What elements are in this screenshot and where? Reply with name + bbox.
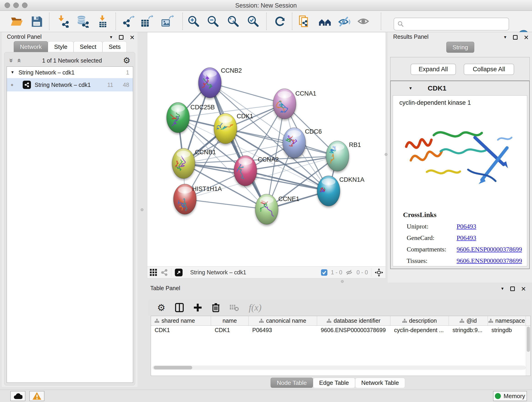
zoom-fit-button[interactable] xyxy=(226,14,240,28)
node-label-CCNB2[interactable]: CCNB2 xyxy=(221,67,242,74)
node-label-CCNE1[interactable]: CCNE1 xyxy=(278,196,299,202)
expand-all-button[interactable]: Expand All xyxy=(411,64,456,75)
zoom-out-button[interactable] xyxy=(206,14,220,28)
cdk1-section-header[interactable]: ▼ CDK1 xyxy=(391,81,529,95)
tab-network[interactable]: Network xyxy=(14,41,48,52)
network-canvas[interactable]: CCNB2CCNA1CDC25BCDK1CDC6RB1CCNB1CCNA2CDK… xyxy=(147,32,386,267)
column-header-name[interactable]: name xyxy=(211,316,249,325)
crosslink-link[interactable]: 9606.ENSP00000378699 xyxy=(457,246,522,253)
column-header-description[interactable]: description xyxy=(390,316,449,325)
tab-sets[interactable]: Sets xyxy=(102,41,127,52)
column-header-namespace[interactable]: namespace xyxy=(488,316,526,325)
network-options-gear-icon[interactable]: ⚙ xyxy=(123,56,130,65)
table-settings-gear-icon[interactable]: ⚙ xyxy=(157,303,165,312)
node-label-CCNA2[interactable]: CCNA2 xyxy=(258,156,279,163)
node-label-CCNB1[interactable]: CCNB1 xyxy=(195,149,216,156)
cloud-button[interactable] xyxy=(10,391,25,401)
save-session-button[interactable] xyxy=(30,14,44,28)
search-input[interactable] xyxy=(404,21,505,28)
collection-expander-icon[interactable]: ▼ xyxy=(11,70,14,75)
tab-edge-table[interactable]: Edge Table xyxy=(313,378,355,388)
crosslink-link[interactable]: P06493 xyxy=(457,223,476,230)
network-row-selected[interactable]: ● String Network – cdk1 11 48 xyxy=(7,78,133,91)
search-field[interactable] xyxy=(394,18,509,31)
houses-button[interactable] xyxy=(318,14,332,28)
tab-select[interactable]: Select xyxy=(74,41,102,52)
network-view[interactable]: CCNB2CCNA1CDC25BCDK1CDC6RB1CCNB1CCNA2CDK… xyxy=(147,32,386,279)
column-header-database-identifier[interactable]: database identifier xyxy=(317,316,390,325)
export-image-button[interactable] xyxy=(160,14,174,28)
clone-network-button[interactable] xyxy=(298,14,311,28)
export-table-button[interactable] xyxy=(140,14,153,28)
function-builder-icon[interactable]: f(x) xyxy=(249,302,262,313)
node-label-CDK1[interactable]: CDK1 xyxy=(237,113,253,120)
tab-node-table[interactable]: Node Table xyxy=(271,378,313,388)
table-cell[interactable]: cyclin-dependent ... xyxy=(390,326,449,335)
node-CDKN1A[interactable]: CDKN1A xyxy=(314,176,364,206)
close-panel-icon[interactable]: ✕ xyxy=(129,34,135,41)
node-label-HIST1H1A[interactable]: HIST1H1A xyxy=(192,185,222,192)
node-table[interactable]: shared namenamecanonical namedatabase id… xyxy=(151,316,531,376)
float-panel-icon[interactable] xyxy=(119,35,123,40)
refresh-button[interactable] xyxy=(273,14,287,28)
panel-menu-icon[interactable]: ▼ xyxy=(503,35,507,40)
crosslink-link[interactable]: 9606.ENSP00000378699 xyxy=(457,257,522,264)
table-cell[interactable]: stringdb xyxy=(488,326,526,335)
network-collection-row[interactable]: ▼ String Network – cdk1 1 xyxy=(7,67,133,78)
fit-selected-crosshair-icon[interactable] xyxy=(375,268,383,277)
node-label-CDC6[interactable]: CDC6 xyxy=(305,128,322,135)
node-RB1[interactable]: RB1 xyxy=(326,141,361,171)
import-network-database-button[interactable] xyxy=(76,14,89,28)
zoom-selected-button[interactable] xyxy=(246,14,260,28)
close-panel-icon[interactable]: ✕ xyxy=(521,285,526,293)
import-table-button[interactable] xyxy=(96,14,110,28)
node-label-CDKN1A[interactable]: CDKN1A xyxy=(339,176,365,183)
zoom-in-button[interactable] xyxy=(187,14,201,28)
table-cell[interactable]: CDK1 xyxy=(151,326,211,335)
node-CDC6[interactable]: CDC6 xyxy=(283,128,322,158)
export-network-button[interactable] xyxy=(121,14,135,28)
import-network-file-button[interactable] xyxy=(56,14,70,28)
float-panel-icon[interactable] xyxy=(510,287,515,291)
node-label-RB1[interactable]: RB1 xyxy=(349,141,361,148)
memory-button[interactable]: Memory xyxy=(493,391,527,401)
table-cell[interactable]: P06493 xyxy=(249,326,317,335)
delete-table-icon[interactable] xyxy=(230,304,239,312)
node-label-CDC25B[interactable]: CDC25B xyxy=(190,104,215,111)
edge-CCNE1-HIST1H1A[interactable] xyxy=(185,199,267,209)
left-splitter-handle[interactable] xyxy=(141,208,143,211)
share-network-icon[interactable] xyxy=(161,269,168,276)
warnings-button[interactable] xyxy=(29,391,44,401)
column-header-shared-name[interactable]: shared name xyxy=(151,316,211,325)
table-cell[interactable]: stringdb:9... xyxy=(449,326,488,335)
node-label-CCNA1[interactable]: CCNA1 xyxy=(295,90,317,97)
tab-style[interactable]: Style xyxy=(48,41,74,52)
show-all-button[interactable] xyxy=(357,14,371,28)
open-session-button[interactable] xyxy=(10,14,23,28)
float-panel-icon[interactable] xyxy=(513,35,518,40)
column-header--id[interactable]: @id xyxy=(449,316,488,325)
column-header-canonical-name[interactable]: canonical name xyxy=(249,316,317,325)
node-CCNE1[interactable]: CCNE1 xyxy=(255,194,299,224)
hide-selected-button[interactable] xyxy=(338,14,351,28)
collapse-all-button[interactable]: Collapse All xyxy=(464,64,514,75)
table-cell[interactable]: 9606.ENSP00000378699 xyxy=(317,326,390,335)
node-CDK1[interactable]: CDK1 xyxy=(214,113,253,144)
table-cell[interactable]: CDK1 xyxy=(211,326,249,335)
close-panel-icon[interactable]: ✕ xyxy=(524,34,529,41)
tab-network-table[interactable]: Network Table xyxy=(355,378,405,388)
crosslink-link[interactable]: P06493 xyxy=(457,234,476,242)
birdseye-grid-icon[interactable] xyxy=(150,269,157,276)
table-horizontal-scrollbar[interactable] xyxy=(152,366,526,370)
table-vertical-scrollbar[interactable] xyxy=(526,326,530,376)
table-row[interactable]: CDK1CDK1P064939606.ENSP00000378699cyclin… xyxy=(151,326,530,335)
node-CCNB2[interactable]: CCNB2 xyxy=(196,67,242,98)
section-expander-icon[interactable]: ▼ xyxy=(409,86,413,91)
node-CCNB1[interactable]: CCNB1 xyxy=(169,148,216,179)
manage-columns-icon[interactable] xyxy=(175,303,184,312)
node-HIST1H1A[interactable]: HIST1H1A xyxy=(173,184,222,215)
open-in-window-icon[interactable] xyxy=(175,268,183,277)
right-splitter-handle[interactable] xyxy=(385,153,387,156)
tab-string[interactable]: String xyxy=(446,42,474,53)
add-icon[interactable] xyxy=(193,303,202,312)
